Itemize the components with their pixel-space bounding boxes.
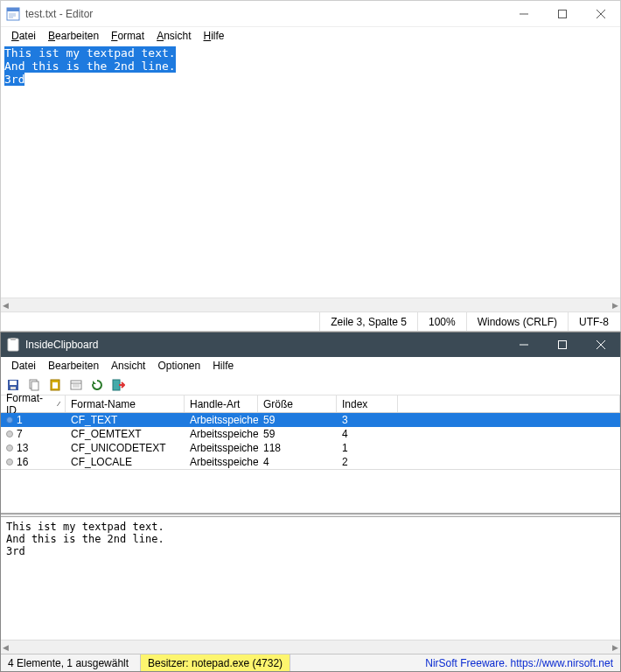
menu-help[interactable]: Hilfe: [199, 28, 230, 44]
ic-maximize-button[interactable]: [543, 332, 582, 357]
maximize-button[interactable]: [543, 1, 582, 27]
svg-rect-16: [10, 381, 17, 385]
close-button[interactable]: [582, 1, 620, 27]
cell-handle: Arbeitsspeicher: [185, 442, 258, 454]
refresh-icon[interactable]: [88, 376, 106, 394]
ic-statusbar: 4 Elemente, 1 ausgewählt Besitzer: notep…: [1, 654, 620, 671]
table-row[interactable]: 16CF_LOCALEArbeitsspeicher42: [1, 455, 620, 469]
cell-name: CF_TEXT: [66, 414, 185, 426]
menu-format[interactable]: Format: [106, 28, 150, 44]
clipboard-icon: [6, 338, 20, 352]
status-encoding: UTF-8: [568, 312, 620, 331]
editor-selected-text[interactable]: And this is the 2nd line.: [4, 60, 176, 73]
row-bullet-icon: [6, 430, 13, 438]
cell-index: 2: [337, 456, 398, 468]
cell-name: CF_OEMTEXT: [66, 428, 185, 440]
cell-index: 1: [337, 442, 398, 454]
properties-icon[interactable]: [67, 376, 85, 394]
preview-line: 3rd: [6, 545, 615, 557]
cell-id: 1: [17, 414, 23, 426]
ic-table: Format-ID ⁄ Format-Name Handle-Art Größe…: [1, 396, 620, 470]
ic-minimize-button[interactable]: [505, 332, 543, 357]
cell-handle: Arbeitsspeicher: [185, 414, 258, 426]
status-caret: Zeile 3, Spalte 5: [319, 312, 417, 331]
table-row[interactable]: 13CF_UNICODETEXTArbeitsspeicher1181: [1, 441, 620, 455]
svg-rect-1: [7, 8, 19, 11]
svg-rect-9: [8, 339, 18, 351]
cell-size: 4: [258, 456, 337, 468]
ic-title: InsideClipboard: [25, 339, 505, 351]
ic-table-header[interactable]: Format-ID ⁄ Format-Name Handle-Art Größe…: [1, 396, 620, 413]
cell-id: 7: [17, 428, 23, 440]
editor-selected-text[interactable]: This ist my textpad text.: [4, 46, 176, 60]
svg-rect-6: [559, 10, 567, 18]
ic-menu-view[interactable]: Ansicht: [106, 358, 150, 374]
cell-name: CF_UNICODETEXT: [66, 442, 185, 454]
menu-edit[interactable]: Bearbeiten: [43, 28, 104, 44]
ic-status-owner: Besitzer: notepad.exe (4732): [141, 654, 290, 671]
cell-index: 3: [337, 414, 398, 426]
copy-icon[interactable]: [25, 376, 43, 394]
th-handle[interactable]: Handle-Art: [185, 396, 258, 412]
th-size[interactable]: Größe: [258, 396, 337, 412]
ic-horizontal-scrollbar[interactable]: ◀▶: [1, 640, 620, 654]
th-format-name[interactable]: Format-Name: [66, 396, 185, 412]
ic-titlebar[interactable]: InsideClipboard: [1, 332, 620, 357]
cell-size: 59: [258, 428, 337, 440]
svg-rect-19: [31, 382, 38, 390]
cell-name: CF_LOCALE: [66, 456, 185, 468]
notepad-icon: [6, 7, 20, 21]
svg-rect-10: [10, 338, 16, 340]
svg-rect-21: [52, 382, 58, 388]
cell-handle: Arbeitsspeicher: [185, 456, 258, 468]
row-bullet-icon: [6, 444, 13, 452]
cell-size: 118: [258, 442, 337, 454]
row-bullet-icon: [6, 416, 13, 424]
ic-status-count: 4 Elemente, 1 ausgewählt: [1, 654, 141, 671]
cell-id: 13: [17, 442, 28, 454]
insideclipboard-window: InsideClipboard Datei Bearbeiten Ansicht…: [0, 332, 621, 672]
ic-toolbar: [1, 374, 620, 396]
editor-horizontal-scrollbar[interactable]: ◀▶: [1, 298, 620, 312]
svg-rect-17: [10, 387, 16, 389]
paste-icon[interactable]: [46, 376, 64, 394]
cell-index: 4: [337, 428, 398, 440]
ic-menu-options[interactable]: Optionen: [152, 358, 206, 374]
editor-selected-text[interactable]: 3rd: [4, 73, 24, 86]
status-eol: Windows (CRLF): [466, 312, 568, 331]
save-icon[interactable]: [4, 376, 22, 394]
menu-file[interactable]: Datei: [6, 28, 41, 44]
row-bullet-icon: [6, 458, 13, 466]
ic-menu-edit[interactable]: Bearbeiten: [43, 358, 104, 374]
svg-rect-26: [113, 380, 120, 390]
svg-rect-12: [559, 341, 567, 349]
th-format-id[interactable]: Format-ID ⁄: [1, 396, 66, 412]
cell-handle: Arbeitsspeicher: [185, 428, 258, 440]
table-row[interactable]: 1CF_TEXTArbeitsspeicher593: [1, 413, 620, 427]
editor-textarea[interactable]: This ist my textpad text.And this is the…: [1, 45, 620, 298]
editor-statusbar: Zeile 3, Spalte 5 100% Windows (CRLF) UT…: [1, 312, 620, 331]
cell-size: 59: [258, 414, 337, 426]
editor-titlebar[interactable]: test.txt - Editor: [1, 1, 620, 27]
menu-view[interactable]: Ansicht: [151, 28, 196, 44]
preview-line: And this is the 2nd line.: [6, 533, 615, 545]
ic-menu-file[interactable]: Datei: [6, 358, 41, 374]
editor-menubar: Datei Bearbeiten Format Ansicht Hilfe: [1, 27, 620, 45]
exit-icon[interactable]: [109, 376, 127, 394]
cell-id: 16: [17, 456, 28, 468]
editor-window: test.txt - Editor Datei Bearbeiten Forma…: [0, 0, 621, 332]
minimize-button[interactable]: [505, 1, 543, 27]
table-row[interactable]: 7CF_OEMTEXTArbeitsspeicher594: [1, 427, 620, 441]
ic-close-button[interactable]: [582, 332, 620, 357]
preview-line: This ist my textpad text.: [6, 521, 615, 533]
editor-title: test.txt - Editor: [25, 8, 505, 20]
ic-preview-pane[interactable]: This ist my textpad text.And this is the…: [1, 517, 620, 640]
ic-menubar: Datei Bearbeiten Ansicht Optionen Hilfe: [1, 357, 620, 374]
ic-status-link[interactable]: NirSoft Freeware. https://www.nirsoft.ne…: [418, 657, 620, 669]
th-index[interactable]: Index: [337, 396, 398, 412]
ic-table-empty-area: [1, 470, 620, 514]
ic-menu-help[interactable]: Hilfe: [207, 358, 239, 374]
status-zoom: 100%: [417, 312, 466, 331]
